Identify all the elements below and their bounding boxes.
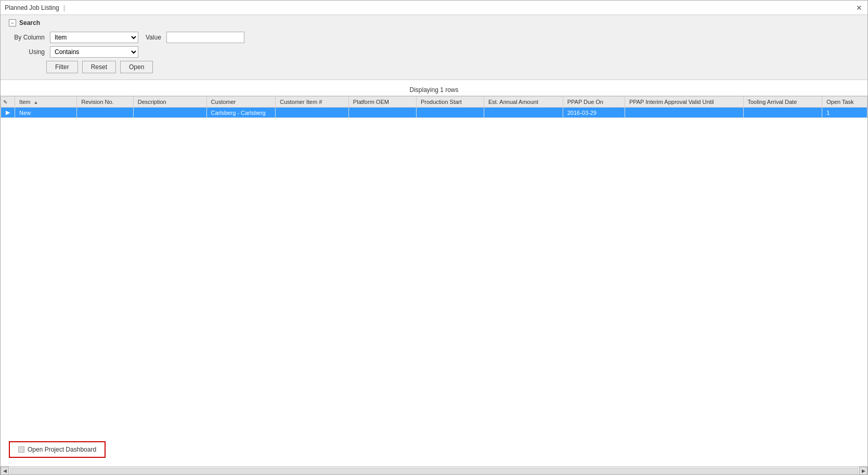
table-row[interactable]: ▶NewCarlsberg - Carlsberg2016-03-291 <box>1 108 867 118</box>
cell-open-task: 1 <box>822 108 867 118</box>
horizontal-scrollbar[interactable]: ◀ ▶ <box>1 466 867 474</box>
open-button[interactable]: Open <box>120 61 153 73</box>
cell-ppap-due: 2016-03-29 <box>563 108 625 118</box>
open-project-label: Open Project Dashboard <box>28 446 96 453</box>
main-window: Planned Job Listing | ✕ − Search By Colu… <box>0 0 868 475</box>
scrollbar-track[interactable] <box>10 468 858 474</box>
col-header-revision[interactable]: Revision No. <box>77 97 133 108</box>
cell-platform-oem <box>348 108 416 118</box>
sort-icon: ▲ <box>34 100 38 105</box>
filter-button[interactable]: Filter <box>46 61 78 73</box>
cell-customer-item <box>275 108 348 118</box>
using-label: Using <box>11 48 45 56</box>
col-header-item-label: Item <box>19 99 30 105</box>
col-header-est-annual[interactable]: Est. Annual Amount <box>484 97 563 108</box>
col-header-item[interactable]: Item ▲ <box>15 97 77 108</box>
cell-customer: Carlsberg - Carlsberg <box>206 108 275 118</box>
search-title: Search <box>19 19 40 27</box>
table-body: ▶NewCarlsberg - Carlsberg2016-03-291 <box>1 108 867 118</box>
scroll-left-button[interactable]: ◀ <box>1 467 9 475</box>
cell-revision <box>77 108 133 118</box>
col-header-customer-item[interactable]: Customer Item # <box>275 97 348 108</box>
value-label: Value <box>146 34 161 41</box>
using-row: Using Contains Equals Starts With Ends W… <box>9 46 859 58</box>
using-select[interactable]: Contains Equals Starts With Ends With <box>50 46 138 58</box>
col-header-production-start[interactable]: Production Start <box>416 97 484 108</box>
bottom-area: Open Project Dashboard <box>1 433 867 466</box>
table-container[interactable]: ✎ Item ▲ Revision No. Description Custom… <box>1 96 867 433</box>
by-column-label: By Column <box>11 34 45 41</box>
col-header-ppap-due[interactable]: PPAP Due On <box>563 97 625 108</box>
row-indicator: ▶ <box>1 108 15 118</box>
title-separator: | <box>63 4 65 11</box>
col-header-platform-oem[interactable]: Platform OEM <box>348 97 416 108</box>
title-bar: Planned Job Listing | ✕ <box>1 1 867 15</box>
collapse-button[interactable]: − <box>9 19 16 27</box>
scroll-right-button[interactable]: ▶ <box>859 467 867 475</box>
close-button[interactable]: ✕ <box>855 4 863 12</box>
by-column-select[interactable]: Item Revision No. Description Customer C… <box>50 32 138 43</box>
col-header-icon: ✎ <box>1 97 15 108</box>
open-project-icon <box>18 446 24 453</box>
col-header-description[interactable]: Description <box>133 97 206 108</box>
cell-est-annual <box>484 108 563 118</box>
col-header-customer[interactable]: Customer <box>206 97 275 108</box>
displaying-info: Displaying 1 rows <box>1 84 867 96</box>
col-header-open-task[interactable]: Open Task <box>822 97 867 108</box>
cell-production-start <box>416 108 484 118</box>
table-header-row: ✎ Item ▲ Revision No. Description Custom… <box>1 97 867 108</box>
cell-tooling <box>743 108 822 118</box>
search-panel: − Search By Column Item Revision No. Des… <box>1 15 867 80</box>
cell-ppap-interim <box>625 108 743 118</box>
window-title: Planned Job Listing <box>5 4 59 11</box>
open-project-dashboard-button[interactable]: Open Project Dashboard <box>9 441 106 458</box>
title-bar-left: Planned Job Listing | <box>5 4 65 11</box>
cell-item: New <box>15 108 77 118</box>
value-input[interactable] <box>166 32 244 43</box>
main-area: Displaying 1 rows ✎ Item ▲ Revision No <box>1 80 867 466</box>
data-table: ✎ Item ▲ Revision No. Description Custom… <box>1 96 867 118</box>
col-header-tooling[interactable]: Tooling Arrival Date <box>743 97 822 108</box>
reset-button[interactable]: Reset <box>82 61 116 73</box>
cell-description <box>133 108 206 118</box>
by-column-row: By Column Item Revision No. Description … <box>9 32 859 43</box>
button-row: Filter Reset Open <box>9 61 859 73</box>
col-header-ppap-interim[interactable]: PPAP Interim Approval Valid Until <box>625 97 743 108</box>
search-header: − Search <box>9 19 859 27</box>
content-area: − Search By Column Item Revision No. Des… <box>1 15 867 474</box>
